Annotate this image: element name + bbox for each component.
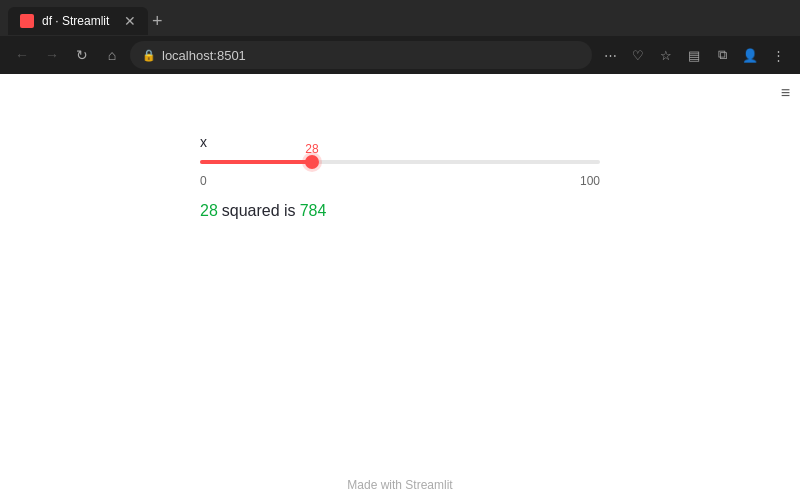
slider-fill	[200, 160, 312, 164]
slider-max-label: 100	[580, 174, 600, 188]
reading-view-button[interactable]: ▤	[682, 43, 706, 67]
slider-range: 0 100	[200, 174, 600, 188]
footer: Made with Streamlit	[0, 470, 800, 500]
slider-label: x	[200, 134, 600, 150]
home-button[interactable]: ⌂	[100, 43, 124, 67]
star-button[interactable]: ☆	[654, 43, 678, 67]
reload-button[interactable]: ↻	[70, 43, 94, 67]
slider-wrapper: 28	[200, 160, 600, 164]
extensions-button[interactable]: ⋯	[598, 43, 622, 67]
streamlit-content: ≡ x 28 0 100 28 squared is 784	[0, 74, 800, 500]
nav-bar: ← → ↻ ⌂ 🔒 localhost:8501 ⋯ ♡ ☆ ▤ ⧉ 👤 ⋮	[0, 36, 800, 74]
streamlit-menu-toggle[interactable]: ≡	[781, 84, 790, 102]
heart-button[interactable]: ♡	[626, 43, 650, 67]
slider-thumb[interactable]	[305, 155, 319, 169]
result-x-value: 28	[200, 202, 218, 220]
lock-icon: 🔒	[142, 49, 156, 62]
slider-min-label: 0	[200, 174, 207, 188]
back-button[interactable]: ←	[10, 43, 34, 67]
new-tab-button[interactable]: +	[152, 11, 163, 32]
footer-link[interactable]: Streamlit	[405, 478, 452, 492]
result-middle-text: squared is	[222, 202, 296, 220]
slider-section: x 28 0 100 28 squared is 784	[200, 134, 600, 220]
footer-text: Made with	[347, 478, 405, 492]
result-text: 28 squared is 784	[200, 202, 600, 220]
address-text: localhost:8501	[162, 48, 246, 63]
tab-bar: df · Streamlit ✕ +	[0, 0, 800, 36]
tab-title: df · Streamlit	[42, 14, 116, 28]
tab-favicon	[20, 14, 34, 28]
profile-button[interactable]: 👤	[738, 43, 762, 67]
tab-view-button[interactable]: ⧉	[710, 43, 734, 67]
browser-tab[interactable]: df · Streamlit ✕	[8, 7, 148, 35]
address-bar[interactable]: 🔒 localhost:8501	[130, 41, 592, 69]
menu-button[interactable]: ⋮	[766, 43, 790, 67]
result-squared-value: 784	[300, 202, 327, 220]
nav-extra-buttons: ⋯ ♡ ☆ ▤ ⧉ 👤 ⋮	[598, 43, 790, 67]
tab-close-btn[interactable]: ✕	[124, 14, 136, 28]
main-content: x 28 0 100 28 squared is 784	[0, 74, 800, 470]
forward-button[interactable]: →	[40, 43, 64, 67]
slider-value-bubble: 28	[305, 142, 318, 156]
slider-track[interactable]	[200, 160, 600, 164]
browser-chrome: df · Streamlit ✕ + ← → ↻ ⌂ 🔒 localhost:8…	[0, 0, 800, 74]
